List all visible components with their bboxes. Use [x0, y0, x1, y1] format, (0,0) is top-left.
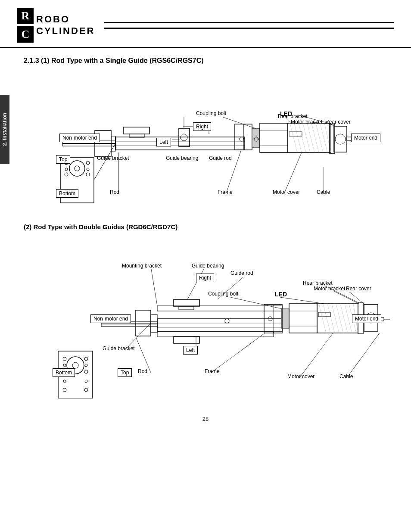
svg-point-102: [85, 364, 87, 367]
d1-bottom-label: Bottom: [56, 189, 78, 198]
svg-point-40: [65, 168, 68, 171]
svg-point-97: [63, 357, 66, 361]
svg-rect-13: [252, 128, 260, 148]
svg-rect-62: [157, 332, 274, 337]
svg-line-117: [136, 337, 151, 373]
svg-line-24: [307, 123, 314, 152]
d2-left-label: Left: [183, 346, 198, 355]
svg-line-111: [280, 297, 324, 304]
svg-line-27: [320, 123, 327, 152]
svg-line-119: [299, 333, 333, 378]
d1-top-label: Top: [56, 155, 70, 164]
svg-line-75: [319, 304, 326, 333]
svg-line-77: [327, 304, 335, 333]
d2-guide-rod-label: Guide rod: [230, 270, 253, 276]
svg-rect-91: [318, 312, 330, 317]
svg-line-81: [345, 304, 352, 333]
d1-rod-label: Rod: [110, 189, 119, 195]
svg-rect-67: [174, 299, 199, 306]
svg-line-23: [303, 123, 310, 152]
d2-right-label: Right: [196, 274, 214, 282]
svg-line-107: [151, 269, 157, 306]
svg-point-90: [225, 319, 229, 323]
d2-guide-bearing-label: Guide bearing: [192, 263, 224, 269]
header-lines: [100, 22, 394, 29]
svg-line-54: [284, 152, 302, 193]
d2-frame-label: Frame: [205, 368, 220, 374]
d1-cable-label: Cable: [317, 189, 330, 195]
svg-point-38: [65, 173, 68, 176]
svg-line-120: [347, 333, 380, 378]
svg-line-79: [336, 304, 343, 333]
d2-motor-cover-label: Motor cover: [287, 373, 314, 380]
d2-non-motor-end-label: Non-motor end: [90, 314, 131, 323]
d1-guide-bracket-label: Guide bracket: [97, 155, 129, 161]
svg-point-100: [84, 370, 88, 373]
svg-point-35: [75, 166, 80, 171]
svg-rect-30: [289, 132, 302, 136]
side-tab: 2. Installation: [0, 95, 9, 164]
d2-motor-end-label: Motor end: [352, 314, 381, 323]
main-content: 2.1.3 (1) Rod Type with a Single Guide (…: [0, 48, 411, 407]
svg-line-78: [332, 304, 339, 333]
svg-line-118: [211, 333, 265, 373]
svg-rect-14: [260, 123, 288, 152]
svg-rect-17: [334, 126, 347, 152]
svg-line-26: [316, 123, 323, 152]
d1-guide-rod-label: Guide rod: [209, 155, 232, 161]
d1-motor-cover-label: Motor cover: [273, 189, 300, 195]
svg-line-110: [230, 297, 282, 309]
logo-r: R: [17, 8, 34, 24]
d1-coupling-bolt-label: Coupling bolt: [196, 110, 226, 116]
svg-line-43: [222, 117, 255, 128]
svg-rect-2: [115, 137, 245, 150]
svg-point-39: [86, 173, 90, 176]
svg-rect-69: [174, 336, 199, 343]
d2-bottom-label: Bottom: [53, 368, 75, 377]
side-tab-label: 2. Installation: [2, 113, 8, 146]
d2-coupling-bolt-label: Coupling bolt: [208, 291, 238, 297]
svg-rect-71: [289, 304, 317, 333]
logo-text: ROBO CYLINDER: [36, 14, 95, 37]
logo-c: C: [17, 26, 34, 43]
d1-rear-cover-label: Rear cover: [325, 119, 351, 125]
diagram2: Mounting bracket Guide bearing Right Gui…: [24, 239, 394, 398]
svg-line-113: [333, 291, 359, 304]
header-line-top: [104, 22, 394, 23]
svg-point-37: [86, 161, 90, 165]
svg-rect-61: [157, 306, 282, 311]
svg-line-80: [340, 304, 348, 333]
svg-line-21: [294, 123, 302, 152]
page-number: 28: [0, 407, 411, 431]
d2-mounting-bracket-label: Mounting bracket: [122, 263, 162, 269]
logo: R C ROBO CYLINDER: [17, 8, 95, 43]
svg-line-25: [311, 123, 319, 152]
d1-left-label: Left: [156, 138, 171, 146]
d1-motor-end-label: Motor end: [351, 134, 380, 142]
svg-point-41: [87, 168, 89, 171]
logo-robo: ROBO: [36, 14, 70, 25]
svg-point-98: [84, 357, 88, 361]
svg-point-104: [84, 388, 88, 392]
svg-point-106: [85, 380, 87, 383]
d2-guide-bracket-label: Guide bracket: [103, 345, 135, 352]
d1-frame-label: Frame: [218, 189, 233, 195]
d2-rod-label: Rod: [138, 368, 147, 374]
svg-line-76: [323, 304, 330, 333]
d1-rear-bracket-label: Rear bracket: [278, 113, 308, 119]
svg-line-42: [94, 143, 115, 180]
d2-cable-label: Cable: [339, 373, 353, 380]
d2-top-label: Top: [118, 368, 132, 377]
svg-rect-19: [288, 123, 331, 152]
d2-led-label: LED: [275, 291, 287, 298]
svg-rect-7: [124, 127, 149, 134]
svg-line-20: [290, 123, 297, 152]
d1-guide-bearing-label: Guide bearing: [166, 155, 198, 161]
svg-rect-63: [136, 310, 151, 336]
d2-rear-bracket-label: Rear bracket: [303, 280, 333, 286]
section1-title: 2.1.3 (1) Rod Type with a Single Guide (…: [24, 57, 389, 65]
svg-point-96: [72, 362, 78, 368]
svg-rect-68: [179, 306, 194, 310]
svg-point-18: [335, 134, 346, 144]
diagram1: Coupling bolt LED Right Non-motor end Mo…: [24, 72, 394, 210]
